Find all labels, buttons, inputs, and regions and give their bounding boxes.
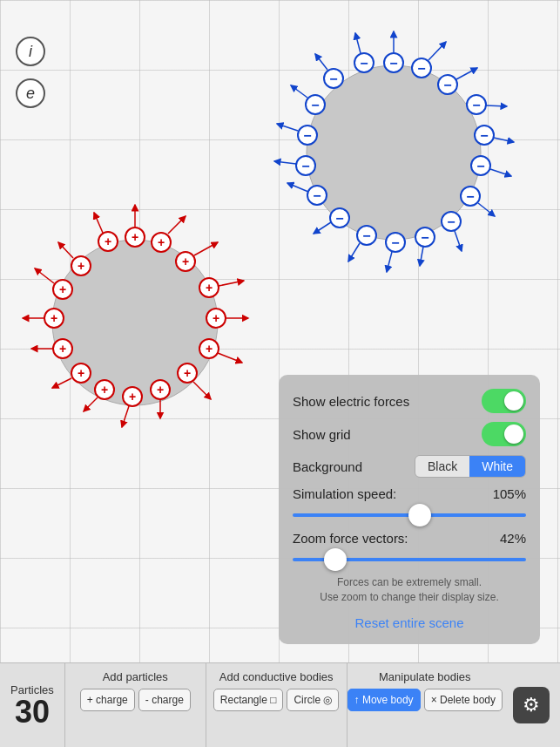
add-circle-button[interactable]: Circle ◎ bbox=[287, 689, 339, 711]
background-row: Background Black White bbox=[293, 455, 526, 478]
zoom-force-label: Zoom force vectors: bbox=[293, 531, 408, 546]
add-particles-section: Add particles + charge - charge bbox=[65, 663, 206, 747]
bottom-toolbar: Particles 30 Add particles + charge - ch… bbox=[0, 662, 560, 747]
add-particles-buttons: + charge - charge bbox=[80, 689, 191, 711]
gear-button[interactable]: ⚙ bbox=[513, 687, 550, 723]
e-button[interactable]: e bbox=[16, 78, 45, 108]
simulation-speed-slider[interactable] bbox=[293, 513, 526, 517]
info-button[interactable]: i bbox=[16, 37, 45, 66]
particles-count: 30 bbox=[15, 696, 50, 728]
background-segmented-control: Black White bbox=[415, 455, 526, 478]
manipulate-title: Manipulate bodies bbox=[379, 670, 471, 683]
zoom-force-slider[interactable] bbox=[293, 558, 526, 561]
background-black-btn[interactable]: Black bbox=[415, 456, 469, 477]
settings-panel: Show electric forces Show grid Backgroun… bbox=[279, 375, 540, 644]
forces-note: Forces can be extremely small.Use zoom t… bbox=[293, 575, 526, 605]
show-electric-forces-toggle[interactable] bbox=[482, 389, 526, 413]
add-bodies-buttons: Rectangle □ Circle ◎ bbox=[213, 689, 340, 711]
simulation-speed-label: Simulation speed: bbox=[293, 486, 396, 501]
show-electric-forces-row: Show electric forces bbox=[293, 389, 526, 413]
show-grid-row: Show grid bbox=[293, 422, 526, 446]
show-electric-forces-label: Show electric forces bbox=[293, 394, 409, 409]
manipulate-buttons: ↑ Move body × Delete body bbox=[347, 689, 503, 711]
add-particles-title: Add particles bbox=[103, 670, 168, 683]
show-grid-toggle[interactable] bbox=[482, 422, 526, 446]
add-rectangle-button[interactable]: Rectangle □ bbox=[213, 689, 284, 711]
zoom-force-row: Zoom force vectors: 42% bbox=[293, 531, 526, 565]
add-negative-charge-button[interactable]: - charge bbox=[138, 689, 191, 711]
simulation-speed-value: 105% bbox=[493, 486, 526, 501]
background-label: Background bbox=[293, 459, 362, 474]
reset-button[interactable]: Reset entire scene bbox=[293, 615, 526, 630]
add-bodies-title: Add conductive bodies bbox=[219, 670, 334, 683]
e-label: e bbox=[26, 85, 35, 103]
particles-section: Particles 30 bbox=[0, 663, 65, 747]
zoom-force-value: 42% bbox=[500, 531, 526, 546]
delete-body-button[interactable]: × Delete body bbox=[424, 689, 503, 711]
move-body-button[interactable]: ↑ Move body bbox=[347, 689, 421, 711]
info-label: i bbox=[29, 43, 32, 61]
background-white-btn[interactable]: White bbox=[469, 456, 525, 477]
simulation-speed-row: Simulation speed: 105% bbox=[293, 486, 526, 520]
gear-icon: ⚙ bbox=[523, 694, 540, 716]
add-positive-charge-button[interactable]: + charge bbox=[80, 689, 135, 711]
manipulate-section: Manipulate bodies ↑ Move body × Delete b… bbox=[347, 663, 503, 747]
show-grid-label: Show grid bbox=[293, 427, 351, 442]
add-bodies-section: Add conductive bodies Rectangle □ Circle… bbox=[206, 663, 347, 747]
gear-section: ⚙ bbox=[503, 663, 560, 747]
